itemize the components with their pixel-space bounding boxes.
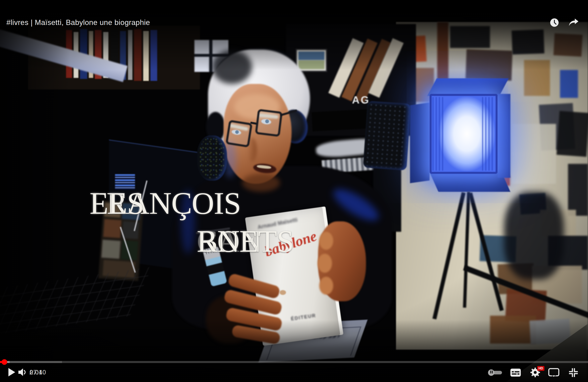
knuckle: [318, 254, 332, 273]
knuckle: [319, 277, 333, 295]
play-on-tv-icon: [548, 368, 559, 377]
video-title[interactable]: #livres | Maïsetti, Babylone une biograp…: [6, 18, 150, 27]
hair-shadow: [212, 50, 252, 84]
share-arrow-icon: [568, 18, 579, 27]
fingernail: [280, 290, 286, 295]
wall-photo: [568, 164, 588, 216]
subtitles-button[interactable]: [510, 368, 521, 377]
led-barn-door: [498, 94, 510, 178]
fullscreen-exit-button[interactable]: [568, 368, 578, 378]
progress-bar[interactable]: [0, 361, 588, 363]
watch-later-button[interactable]: [550, 18, 559, 27]
book-publisher: ÉDITEUR: [283, 312, 324, 323]
book-spine: [128, 30, 132, 80]
duration: 27:10: [30, 369, 46, 376]
led-barn-door: [410, 102, 430, 183]
framed-picture: [295, 49, 327, 72]
book-spine: [134, 29, 142, 81]
loaded-bar: [10, 361, 62, 363]
remaining-bar: [62, 361, 588, 363]
fullscreen-exit-icon: [568, 368, 578, 377]
microphone-left: [197, 135, 227, 181]
glasses-lens-right: [255, 109, 283, 137]
autoplay-toggle[interactable]: [488, 369, 504, 376]
knuckle: [319, 232, 333, 250]
video-player[interactable]: AG: [0, 0, 588, 382]
toggle-knob: [488, 369, 494, 376]
wall-photo: [490, 316, 536, 344]
book-spine: [143, 31, 149, 81]
led-barn-door: [427, 78, 509, 96]
chin-shadow: [242, 174, 280, 192]
book-spine: [150, 30, 157, 81]
keyboard: [0, 267, 152, 338]
share-button[interactable]: [568, 18, 579, 27]
subtitles-icon: [510, 369, 521, 377]
video-scene: AG: [0, 0, 588, 382]
play-button[interactable]: [7, 367, 17, 377]
wall-photo: [560, 70, 578, 98]
pause-icon: [492, 371, 493, 373]
hd-badge: HD: [537, 366, 545, 371]
mute-button[interactable]: [18, 367, 28, 377]
speaker-icon: [18, 368, 27, 376]
play-triangle-icon: [8, 368, 15, 376]
microphone-right: [363, 101, 411, 171]
wall-photo: [557, 111, 588, 157]
led-panel-light: [430, 94, 498, 174]
shelf-letters: AG: [352, 94, 370, 106]
clock-icon: [550, 18, 559, 27]
progress-scrubber[interactable]: [1, 359, 7, 365]
pause-icon: [490, 371, 491, 373]
remote-playback-button[interactable]: [548, 368, 560, 377]
glasses-lens-left: [225, 120, 252, 148]
top-black-bar: [0, 0, 588, 12]
